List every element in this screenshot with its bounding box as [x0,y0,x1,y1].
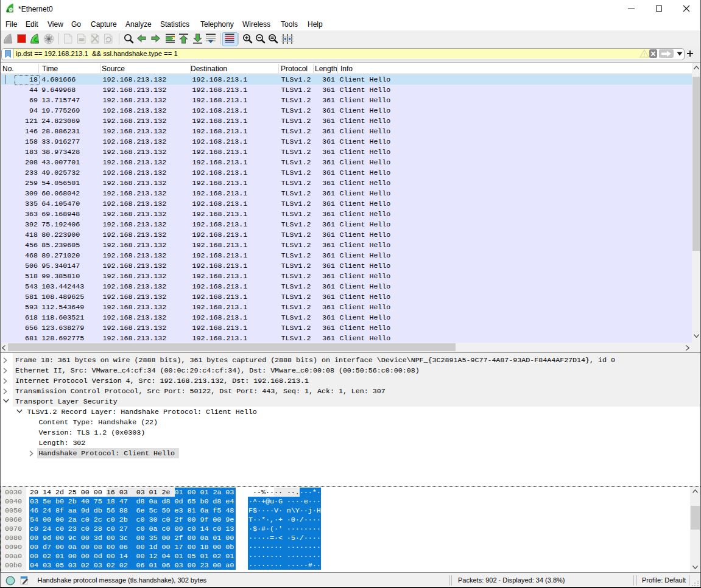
svg-text:010: 010 [79,38,84,41]
